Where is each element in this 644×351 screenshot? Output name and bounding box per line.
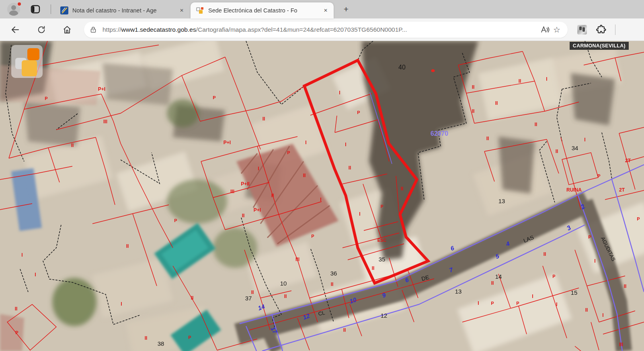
- map-label-red-23: P: [381, 205, 384, 209]
- map-label-red-17: I: [320, 197, 321, 202]
- map-label-black-7: 14: [495, 273, 502, 280]
- map-label-red-67: II: [15, 306, 18, 311]
- map-label-red-11: P+II: [241, 182, 250, 186]
- browser-window: Nota del catastro - Intranet - Age ✕ Sed…: [0, 0, 644, 351]
- map-label-red-58: II: [624, 284, 627, 289]
- workspaces-icon[interactable]: [31, 5, 40, 14]
- catastro-favicon-icon: [196, 6, 204, 14]
- map-label-red-56: II: [585, 308, 588, 312]
- map-label-black-9: 13: [498, 198, 505, 204]
- cadastral-map-viewport[interactable]: CARMONA(SEVILLA) 62070 40353637101213141…: [0, 41, 644, 351]
- map-label-red-41: 2T: [625, 158, 631, 163]
- map-label-red-51: P: [491, 301, 494, 306]
- favorite-star-icon[interactable]: ☆: [551, 24, 563, 36]
- map-label-red-57: I: [602, 313, 603, 318]
- map-label-red-32: II: [472, 85, 475, 90]
- map-label-black-6: 13: [455, 288, 462, 294]
- map-label-red-43: RUINA: [566, 188, 582, 192]
- map-label-black-8: 15: [571, 290, 578, 296]
- profile-avatar[interactable]: [7, 3, 21, 16]
- read-aloud-icon[interactable]: [539, 24, 551, 36]
- tab-sede-electronica-catastro[interactable]: Sede Electrónica del Catastro - Fo ✕: [191, 2, 334, 18]
- map-label-black-4: 10: [280, 280, 287, 286]
- map-label-red-6: P+I: [224, 140, 231, 145]
- notification-dot-icon: [17, 2, 22, 6]
- map-label-red-50: I: [478, 301, 479, 306]
- map-label-red-14: P+I: [254, 208, 261, 212]
- map-label-red-60: II: [126, 244, 129, 249]
- map-label-red-45: P: [637, 217, 640, 221]
- map-label-red-55: I: [556, 302, 557, 307]
- map-label-red-28: III: [295, 257, 299, 262]
- map-label-red-8: P: [287, 151, 290, 155]
- tab-divider: [51, 4, 51, 14]
- map-label-black-12: CL: [318, 310, 326, 316]
- map-label-red-13: II: [271, 193, 274, 198]
- tab-nota-del-catastro[interactable]: Nota del catastro - Intranet - Age ✕: [55, 2, 190, 18]
- map-label-black-3: 37: [245, 295, 252, 301]
- tab-close-icon[interactable]: ✕: [322, 6, 330, 14]
- map-label-black-11: 38: [158, 341, 164, 347]
- address-bar[interactable]: https://www1.sedecatastro.gob.es/Cartogr…: [84, 22, 568, 38]
- map-label-red-48: I: [594, 259, 595, 263]
- extensions-puzzle-icon[interactable]: [596, 24, 606, 35]
- extension-thumbnail-icon[interactable]: [577, 25, 587, 35]
- map-label-red-29: II: [284, 294, 287, 299]
- map-label-red-61: I: [21, 253, 23, 257]
- map-label-red-38: I: [546, 77, 547, 82]
- map-label-red-19: P: [357, 110, 360, 115]
- map-label-black-0: 40: [398, 64, 406, 71]
- map-label-red-0: P: [45, 96, 47, 101]
- map-label-red-59: III: [619, 342, 623, 347]
- home-button[interactable]: [60, 22, 74, 37]
- map-label-red-31: II: [343, 328, 346, 333]
- map-label-black-10: 34: [572, 145, 578, 151]
- url-path: /Cartografia/mapa.aspx?del=41&mun=24&ref…: [196, 26, 407, 33]
- map-label-red-20: I: [345, 142, 346, 147]
- map-label-red-25: ESC: [377, 238, 387, 243]
- new-tab-button[interactable]: +: [340, 4, 352, 15]
- map-label-red-15: II: [242, 213, 245, 218]
- toolbar-separator: [615, 24, 615, 35]
- map-label-red-35: II: [472, 109, 475, 114]
- map-label-red-5: II: [263, 116, 265, 121]
- map-label-red-66: II: [191, 296, 194, 300]
- map-label-black-1: 35: [379, 256, 386, 262]
- reload-button[interactable]: [34, 22, 49, 37]
- map-label-red-46: P: [588, 235, 591, 239]
- tab-title: Sede Electrónica del Catastro - Fo: [208, 7, 318, 14]
- lock-icon[interactable]: [90, 26, 97, 33]
- url-scheme: https://: [103, 26, 121, 33]
- map-label-red-27: II: [331, 282, 334, 287]
- browser-toolbar: https://www1.sedecatastro.gob.es/Cartogr…: [0, 18, 644, 41]
- map-label-black-2: 36: [330, 270, 337, 276]
- map-label-red-40: I: [584, 137, 585, 142]
- map-label-red-16: P: [311, 234, 314, 239]
- map-label-red-62: I: [35, 272, 36, 277]
- map-label-red-65: P: [188, 335, 191, 340]
- map-label-red-64: II: [145, 336, 148, 341]
- url-text[interactable]: https://www1.sedecatastro.gob.es/Cartogr…: [103, 26, 539, 33]
- map-point-marker: [431, 69, 435, 72]
- map-label-red-42: P: [597, 174, 600, 178]
- back-button[interactable]: [8, 22, 23, 37]
- municipality-badge: CARMONA(SEVILLA): [570, 42, 629, 50]
- tab-close-icon[interactable]: ✕: [178, 6, 186, 14]
- map-label-red-68: P: [15, 331, 18, 335]
- map-label-black-5: 12: [381, 312, 388, 318]
- map-label-red-54: P: [552, 274, 555, 279]
- map-label-red-63: I: [121, 302, 122, 306]
- map-label-red-47: II: [544, 252, 546, 257]
- map-label-red-53: I: [532, 294, 533, 299]
- map-label-red-26: II: [372, 266, 375, 271]
- map-label-red-36: II: [535, 122, 537, 127]
- map-label-red-34: II: [495, 101, 498, 106]
- map-label-red-4: P: [213, 96, 215, 100]
- map-label-red-52: P: [516, 301, 519, 306]
- map-label-red-2: III: [103, 119, 107, 124]
- cadastral-map-canvas[interactable]: [0, 41, 644, 351]
- block-number-label: 62070: [431, 130, 449, 137]
- map-label-red-39: II: [556, 149, 558, 154]
- map-label-red-37: II: [486, 136, 489, 141]
- map-label-red-30: II: [251, 290, 254, 295]
